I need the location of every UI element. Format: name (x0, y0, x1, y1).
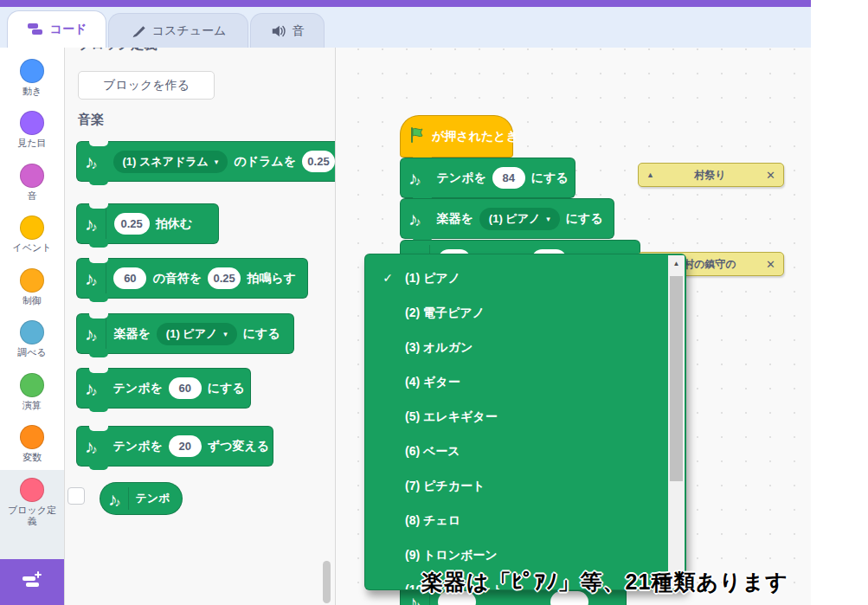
sidebar-item-myblocks[interactable]: ブロック定義 (0, 478, 64, 527)
sidebar-item-control[interactable]: 制御 (0, 268, 64, 306)
tab-costume-label: コスチューム (152, 23, 227, 39)
script-block-set-instrument[interactable]: ♪♪ 楽器を (1) ピアノ▾ にする (400, 198, 614, 239)
icon-divider (128, 487, 129, 510)
speaker-icon (271, 23, 286, 39)
chevron-down-icon: ▾ (215, 158, 219, 166)
rest-beats-input[interactable]: 0.25 (114, 213, 150, 235)
note-beats-input[interactable]: 0.25 (208, 267, 241, 289)
music-notes-icon: ♪♪ (85, 379, 98, 397)
block-notch (89, 313, 108, 319)
tab-bar: コード コスチューム 音 (0, 7, 811, 48)
music-notes-icon: ♪♪ (85, 269, 98, 287)
music-notes-icon: ♪♪ (408, 593, 421, 605)
dropdown-scrollbar-thumb[interactable] (670, 276, 683, 481)
sidebar-item-sound[interactable]: 音 (0, 164, 64, 202)
sidebar-item-events[interactable]: イベント (0, 216, 64, 254)
music-notes-icon: ♪♪ (408, 209, 421, 228)
operators-category-icon (20, 373, 44, 397)
music-notes-icon: ♪♪ (408, 169, 421, 187)
tab-code-label: コード (50, 22, 87, 37)
dropdown-item-pizzicato[interactable]: (7) ピチカート (365, 468, 666, 503)
annotation-caption: 楽器は「ﾋﾟｱﾉ」等、21種類あります (421, 568, 788, 596)
check-icon: ✓ (378, 261, 397, 295)
block-bump (89, 408, 108, 412)
dropdown-item-electric-piano[interactable]: (2) 電子ピアノ (365, 295, 666, 330)
sound-category-icon (20, 164, 44, 188)
block-bump (89, 181, 108, 185)
comment-close-icon[interactable]: ✕ (766, 169, 775, 182)
looks-category-icon (20, 111, 44, 135)
paintbrush-icon (131, 23, 146, 39)
block-bump (89, 298, 108, 302)
script-hat-when-flag-clicked[interactable]: が押されたとき (400, 115, 513, 158)
comment-close-icon[interactable]: ✕ (766, 258, 775, 271)
palette-scrollbar-thumb[interactable] (323, 561, 331, 603)
green-flag-icon (408, 126, 426, 146)
script-block-set-tempo[interactable]: ♪♪ テンポを 84 にする (400, 158, 575, 198)
chevron-down-icon: ▾ (546, 215, 550, 223)
script-area[interactable]: が押されたとき ♪♪ テンポを 84 にする ♪♪ 楽器を (1) ピアノ▾ に… (336, 48, 811, 605)
tab-costume[interactable]: コスチューム (108, 13, 248, 48)
music-notes-icon: ♪♪ (85, 437, 98, 455)
music-notes-icon: ♪♪ (85, 152, 98, 171)
palette-block-change-tempo[interactable]: ♪♪ テンポを 20 ずつ変える (76, 426, 273, 467)
scroll-up-icon[interactable]: ▲ (668, 257, 685, 271)
block-notch (89, 258, 108, 263)
motion-category-icon (20, 59, 44, 83)
sidebar-item-operators[interactable]: 演算 (0, 373, 64, 411)
icon-divider (106, 319, 106, 349)
comment-expand-icon[interactable]: ▲ (646, 171, 654, 179)
dropdown-item-organ[interactable]: (3) オルガン (365, 330, 666, 364)
palette-block-set-instrument[interactable]: ♪♪ 楽器を (1) ピアノ▾ にする (76, 313, 294, 354)
block-palette: ブロック定義 ブロックを作る 音楽 ♪♪ (1) スネアドラム▾ のドラムを 0… (65, 48, 336, 605)
instrument-select-field-open[interactable]: (1) ピアノ▾ (479, 208, 560, 230)
tempo-value-input[interactable]: 84 (492, 167, 525, 189)
palette-block-rest[interactable]: ♪♪ 0.25 拍休む (76, 203, 219, 244)
dropdown-item-electric-guitar[interactable]: (5) エレキギター (365, 399, 666, 434)
note-input[interactable]: 60 (113, 267, 146, 289)
tempo-monitor-checkbox[interactable] (68, 487, 85, 505)
dropdown-scrollbar[interactable]: ▲ ▼ (668, 255, 685, 589)
sidebar-item-sensing[interactable]: 調べる (0, 320, 64, 358)
dropdown-item-cello[interactable]: (8) チェロ (365, 503, 666, 537)
comment-murmatsuri[interactable]: ▲ 村祭り ✕ (638, 163, 784, 187)
dropdown-item-piano[interactable]: ✓(1) ピアノ (365, 261, 666, 295)
icon-divider (106, 209, 106, 239)
tempo-change-input[interactable]: 20 (169, 435, 202, 457)
palette-reporter-tempo[interactable]: ♪♪ テンポ (100, 482, 183, 515)
music-notes-icon: ♪♪ (85, 215, 98, 233)
icon-divider (106, 263, 106, 293)
palette-block-set-tempo[interactable]: ♪♪ テンポを 60 にする (76, 368, 251, 409)
myblocks-category-icon (20, 478, 44, 502)
sidebar-item-looks[interactable]: 見た目 (0, 111, 64, 149)
dropdown-item-bass[interactable]: (6) ベース (365, 434, 666, 468)
dropdown-item-guitar[interactable]: (4) ギター (365, 364, 666, 399)
block-notch (89, 368, 108, 373)
add-extension-button[interactable] (0, 559, 64, 605)
instrument-select-field[interactable]: (1) ピアノ▾ (157, 323, 237, 345)
chevron-down-icon: ▾ (223, 330, 228, 338)
instrument-dropdown-menu: ✓(1) ピアノ (2) 電子ピアノ (3) オルガン (4) ギター (5) … (364, 254, 686, 590)
menu-bar (0, 0, 811, 7)
palette-block-play-note[interactable]: ♪♪ 60 の音符を 0.25 拍鳴らす (76, 258, 308, 299)
block-notch (89, 141, 108, 146)
music-notes-icon: ♪♪ (85, 325, 98, 343)
sidebar-item-variables[interactable]: 変数 (0, 425, 64, 463)
palette-block-play-drum[interactable]: ♪♪ (1) スネアドラム▾ のドラムを 0.25 拍鳴らす (76, 141, 336, 182)
dropdown-item-trombone[interactable]: (9) トロンボーン (365, 537, 666, 572)
drum-beats-input[interactable]: 0.25 (302, 151, 335, 172)
events-category-icon (20, 216, 44, 240)
music-section-title: 音楽 (78, 112, 104, 128)
tab-code[interactable]: コード (7, 10, 106, 48)
myblocks-section-title: ブロック定義 (78, 48, 157, 53)
sensing-category-icon (20, 320, 44, 344)
drum-select-field[interactable]: (1) スネアドラム▾ (113, 151, 228, 173)
block-bump (89, 243, 108, 248)
tempo-input[interactable]: 60 (169, 377, 202, 399)
tab-sound[interactable]: 音 (250, 13, 325, 48)
sidebar-item-motion[interactable]: 動き (0, 59, 64, 97)
block-notch (89, 203, 108, 209)
make-block-button[interactable]: ブロックを作る (78, 71, 215, 100)
music-notes-icon: ♪♪ (108, 490, 121, 508)
control-category-icon (20, 268, 44, 293)
